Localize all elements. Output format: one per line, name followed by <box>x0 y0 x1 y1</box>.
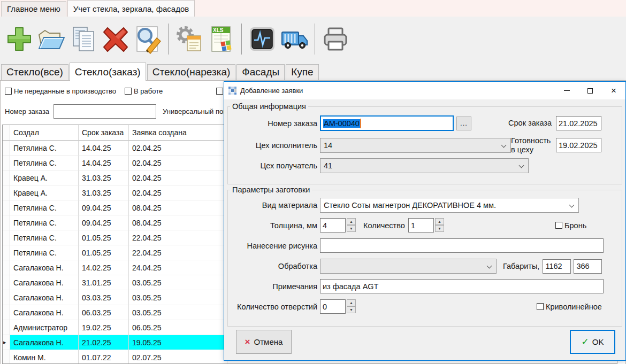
monitor-pulse-icon <box>247 24 277 54</box>
due-date-label: Срок заказа <box>508 119 556 128</box>
notes-field[interactable]: из фасада AGT <box>320 279 604 293</box>
spin-down-icon[interactable]: ▼ <box>435 225 444 232</box>
combo-value: 14 <box>324 141 332 150</box>
curvilinear-checkbox[interactable]: Криволинейное <box>537 303 602 311</box>
quantity-spinner[interactable]: 1 ▲▼ <box>408 218 444 233</box>
column-header-created[interactable]: Заявка создана <box>129 125 227 141</box>
tab-main-menu[interactable]: Главное меню <box>1 1 66 17</box>
excel-export-button[interactable]: XLS <box>205 22 237 56</box>
table-cell: 01.07.22 <box>79 350 129 364</box>
truck-icon <box>279 24 309 54</box>
readiness-date-field[interactable]: 19.02.2025 <box>556 138 601 152</box>
combo-value: Стекло Соты магнетрон ДЕКОРАТИВНОЕ 4 мм. <box>324 201 496 210</box>
table-cell: Петялина С. <box>10 141 79 156</box>
order-number-field[interactable]: AM-00040 <box>320 115 454 131</box>
general-info-group: Общая информация Номер заказа AM-00040 .… <box>227 106 622 184</box>
tab-glass-cutting[interactable]: Стекло(нарезка) <box>147 64 236 81</box>
search-edit-icon <box>133 24 163 54</box>
text-caret <box>360 119 361 128</box>
table-cell: 01.05.25 <box>79 230 129 245</box>
notes-label: Примечания <box>228 282 320 291</box>
add-icon <box>4 24 34 54</box>
checkbox-icon <box>555 222 562 229</box>
truck-button[interactable] <box>278 22 310 56</box>
holes-spinner[interactable]: 0 ▲▼ <box>320 299 356 314</box>
dialog-titlebar[interactable]: Добавление заявки × <box>224 82 625 99</box>
spin-up-icon[interactable]: ▲ <box>347 218 356 225</box>
armor-label: Бронь <box>564 221 586 230</box>
print-icon <box>320 24 350 54</box>
table-cell: Сагалакова Н. <box>10 260 79 275</box>
tab-facades[interactable]: Фасады <box>236 64 285 81</box>
monitor-button[interactable] <box>246 22 278 56</box>
checkbox-icon <box>5 88 12 95</box>
row-selector <box>3 290 10 305</box>
delete-button[interactable] <box>100 22 132 56</box>
filter-in-work[interactable]: В работе <box>125 87 163 95</box>
tab-glass-all[interactable]: Стекло(все) <box>1 64 68 81</box>
table-cell: 09.04.25 <box>79 200 129 215</box>
table-cell: 14.04.25 <box>79 141 129 156</box>
table-cell: Петялина С. <box>10 230 79 245</box>
maximize-button[interactable] <box>578 82 602 99</box>
dialog-icon <box>228 87 236 95</box>
row-selector <box>3 185 10 200</box>
row-selector <box>3 156 10 171</box>
table-cell: Сагалакова Н. <box>10 290 79 305</box>
holes-value[interactable]: 0 <box>320 299 346 314</box>
receiver-shop-combo[interactable]: 41 <box>320 158 529 173</box>
search-edit-button[interactable] <box>132 22 164 56</box>
ok-button[interactable]: ✓ OK <box>570 330 615 354</box>
dimension-width-field[interactable]: 1162 <box>543 259 571 274</box>
row-selector: ▸ <box>3 335 10 350</box>
table-cell: 02.07.25 <box>129 350 227 364</box>
material-combo[interactable]: Стекло Соты магнетрон ДЕКОРАТИВНОЕ 4 мм. <box>320 198 579 213</box>
due-date-field[interactable]: 21.02.2025 <box>556 116 601 130</box>
spin-down-icon[interactable]: ▼ <box>347 225 356 232</box>
open-folder-icon <box>36 24 66 54</box>
spin-up-icon[interactable]: ▲ <box>347 299 356 306</box>
readiness-label: Готовность в цеху <box>511 136 556 154</box>
toolbar: XLS <box>0 17 626 61</box>
cancel-button[interactable]: × Отмена <box>236 330 292 354</box>
dimension-height-field[interactable]: 366 <box>574 259 602 274</box>
order-number-input[interactable] <box>54 104 156 119</box>
add-button[interactable] <box>3 22 35 56</box>
column-header-due[interactable]: Срок заказа <box>79 125 129 141</box>
thickness-spinner[interactable]: 4 ▲▼ <box>320 218 356 233</box>
column-header-creator[interactable]: Создал <box>10 125 79 141</box>
copy-button[interactable] <box>67 22 100 56</box>
table-cell: 08.04.25 <box>129 215 227 230</box>
order-lookup-button[interactable]: ... <box>456 117 471 130</box>
checkbox-icon <box>216 88 223 95</box>
table-cell: 02.04.25 <box>129 185 227 200</box>
table-cell: Петялина С. <box>10 245 79 260</box>
minimize-button[interactable] <box>555 82 578 99</box>
table-cell: 14.02.25 <box>79 260 129 275</box>
pattern-field[interactable] <box>320 238 604 253</box>
open-button[interactable] <box>35 22 67 56</box>
armor-checkbox[interactable]: Бронь <box>555 221 586 230</box>
spin-down-icon[interactable]: ▼ <box>347 306 356 313</box>
copy-icon <box>68 24 98 54</box>
table-cell: Комин М. <box>10 350 79 364</box>
tab-glass-order[interactable]: Стекло(заказ) <box>70 63 146 81</box>
tab-glass-accounting[interactable]: Учет стекла, зеркала, фасадов <box>67 0 195 17</box>
processing-combo[interactable] <box>320 259 497 274</box>
thickness-value[interactable]: 4 <box>320 218 346 233</box>
print-button[interactable] <box>319 22 352 56</box>
filter-not-transferred[interactable]: Не переданные в производство <box>5 87 116 95</box>
toolbar-separator <box>168 24 169 55</box>
quantity-value[interactable]: 1 <box>408 218 434 233</box>
sub-tab-strip: Стекло(все) Стекло(заказ) Стекло(нарезка… <box>0 61 626 81</box>
settings-button[interactable] <box>173 22 205 56</box>
close-button[interactable]: × <box>602 82 625 99</box>
table-cell: 22.04.25 <box>129 230 227 245</box>
table-cell: 03.03.25 <box>79 290 129 305</box>
toolbar-separator <box>315 24 315 55</box>
thickness-label: Толщина, мм <box>228 221 320 230</box>
executor-shop-combo[interactable]: 14 <box>320 138 511 153</box>
group-legend: Общая информация <box>230 102 308 111</box>
spin-up-icon[interactable]: ▲ <box>435 218 444 225</box>
tab-coupe[interactable]: Купе <box>286 64 318 81</box>
